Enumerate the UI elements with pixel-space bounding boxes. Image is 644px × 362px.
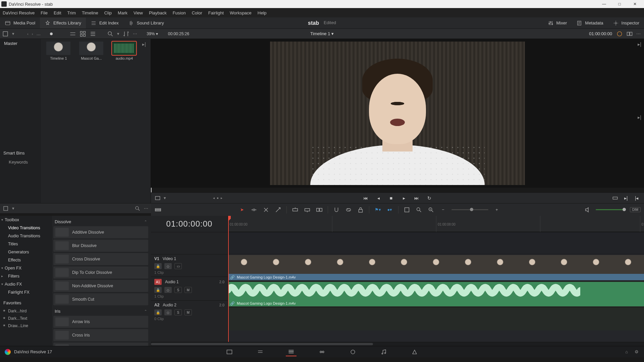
- settings-icon[interactable]: ⚙: [635, 349, 639, 354]
- custom-zoom-icon[interactable]: [427, 206, 435, 214]
- timeline-tracks[interactable]: 01:00:00:00 01:00:08:00 01:00:16:00 🔗Mas…: [228, 216, 644, 342]
- viewer-scrubber[interactable]: [151, 188, 644, 192]
- view-strip-icon[interactable]: [69, 31, 76, 37]
- view-thumb-icon[interactable]: [79, 31, 86, 37]
- smart-bins-header[interactable]: Smart Bins: [0, 148, 41, 158]
- go-last-icon[interactable]: ⏭: [413, 195, 420, 201]
- nav-back[interactable]: ‹: [27, 32, 29, 36]
- next-page-icon[interactable]: ▸|: [142, 42, 148, 47]
- insert-icon[interactable]: [291, 206, 299, 214]
- chevron-down-icon[interactable]: ▾: [12, 206, 14, 211]
- overwrite-icon[interactable]: [304, 206, 311, 214]
- fx-item[interactable]: Non-Additive Dissolve: [53, 280, 148, 292]
- metadata-toggle[interactable]: Metadata: [572, 20, 608, 26]
- fx-node-fairlightfx[interactable]: Fairlight FX: [0, 288, 52, 296]
- zoom-slider[interactable]: [451, 209, 488, 210]
- page-edit[interactable]: [286, 348, 297, 356]
- page-color[interactable]: [347, 348, 358, 356]
- fx-node-generators[interactable]: Generators: [0, 248, 52, 256]
- solo-button[interactable]: S: [174, 287, 182, 293]
- bin-master[interactable]: Master: [0, 39, 41, 48]
- clip-video-1[interactable]: 🔗Mascot Gaming Logo Design-1.m4v: [228, 255, 644, 280]
- fx-node-filters[interactable]: ▸Filters: [0, 272, 52, 280]
- timeline-ruler[interactable]: 01:00:00:00 01:00:08:00 01:00:16:00: [228, 216, 644, 232]
- menu-help[interactable]: Help: [258, 10, 267, 15]
- sort-icon[interactable]: [123, 31, 129, 37]
- dynamic-trim-icon[interactable]: [262, 206, 270, 214]
- playhead[interactable]: [228, 216, 229, 342]
- clip-mascot-gaming[interactable]: Mascot Ga...: [76, 42, 106, 60]
- track-v1[interactable]: 🔗Mascot Gaming Logo Design-1.m4v: [228, 254, 644, 281]
- fx-node-toolbox[interactable]: ▾Toolbox: [0, 216, 52, 224]
- menu-color[interactable]: Color: [192, 10, 202, 15]
- prev-clip-icon[interactable]: ◂: [213, 196, 215, 200]
- menu-view[interactable]: View: [133, 10, 143, 15]
- zoom-to-fit-icon[interactable]: [403, 206, 411, 214]
- selection-tool-icon[interactable]: ➤: [238, 206, 246, 214]
- timeline-view-icon[interactable]: [154, 206, 162, 214]
- clip-audio-1[interactable]: 🔗Mascot Gaming Logo Design-1.m4v: [228, 282, 644, 306]
- viewer-more-icon[interactable]: ⋯: [636, 31, 641, 36]
- fx-item[interactable]: Smooth Cut: [53, 293, 148, 305]
- sound-library-toggle[interactable]: Sound Library: [123, 17, 169, 28]
- detail-zoom-icon[interactable]: [415, 206, 423, 214]
- timeline-selector[interactable]: Timeline 1 ▾: [310, 31, 334, 36]
- menu-playback[interactable]: Playback: [149, 10, 167, 15]
- fx-node-openfx[interactable]: ▾Open FX: [0, 264, 52, 272]
- program-viewer[interactable]: ▸| ▸|: [151, 39, 644, 188]
- go-in-icon[interactable]: ▸|: [623, 195, 629, 201]
- match-frame-icon[interactable]: [154, 195, 161, 201]
- disable-video-icon[interactable]: ▭: [174, 263, 182, 269]
- solo-button[interactable]: S: [174, 309, 182, 315]
- page-deliver[interactable]: [409, 348, 420, 356]
- inspector-toggle[interactable]: Inspector: [608, 20, 644, 26]
- stop-icon[interactable]: ■: [388, 195, 394, 201]
- page-fusion[interactable]: [317, 348, 327, 356]
- fx-item[interactable]: Additive Dissolve: [53, 226, 148, 238]
- match-dropdown-icon[interactable]: ▾: [164, 195, 166, 200]
- mark-in-out-icon[interactable]: [612, 195, 619, 201]
- menu-fairlight[interactable]: Fairlight: [208, 10, 224, 15]
- track-a2[interactable]: [228, 307, 644, 330]
- link-icon[interactable]: [345, 206, 352, 214]
- dual-viewer-icon[interactable]: [626, 31, 633, 37]
- fx-item[interactable]: Blur Dissolve: [53, 240, 148, 252]
- auto-select-icon[interactable]: ◇: [164, 263, 172, 269]
- category-dissolve[interactable]: Dissolve⌃: [53, 217, 148, 226]
- auto-select-icon[interactable]: ◇: [164, 309, 172, 315]
- replace-icon[interactable]: [316, 206, 323, 214]
- window-close[interactable]: ✕: [627, 0, 643, 8]
- window-maximize[interactable]: □: [612, 0, 627, 8]
- next-edit-icon[interactable]: ▸|: [636, 40, 643, 48]
- lock-icon[interactable]: 🔒: [154, 309, 162, 315]
- fx-node-audio-transitions[interactable]: Audio Transitions: [0, 232, 52, 240]
- edit-index-toggle[interactable]: Edit Index: [86, 17, 123, 28]
- search-icon[interactable]: [135, 205, 141, 212]
- blade-tool-icon[interactable]: [274, 206, 282, 214]
- fx-item[interactable]: Cross Dissolve: [53, 253, 148, 265]
- more-icon[interactable]: ⋯: [144, 206, 148, 211]
- menu-davinci[interactable]: DaVinci Resolve: [3, 10, 35, 15]
- page-cut[interactable]: [255, 348, 266, 356]
- play-icon[interactable]: ▸: [400, 195, 407, 201]
- lock-icon[interactable]: 🔒: [154, 263, 162, 269]
- mixer-toggle[interactable]: Mixer: [543, 20, 572, 26]
- fx-node-titles[interactable]: Titles: [0, 240, 52, 248]
- mute-icon[interactable]: [584, 206, 592, 214]
- fx-item[interactable]: Arrow Iris: [53, 316, 148, 328]
- menu-fusion[interactable]: Fusion: [173, 10, 186, 15]
- menu-clip[interactable]: Clip: [104, 10, 112, 15]
- favorite-item[interactable]: Dark...Text: [0, 315, 52, 322]
- page-media[interactable]: [224, 348, 235, 356]
- smart-bin-keywords[interactable]: Keywords: [0, 158, 41, 167]
- search-dropdown-icon[interactable]: ▾: [117, 31, 119, 36]
- fx-node-audiofx[interactable]: ▾Audio FX: [0, 280, 52, 288]
- mute-button[interactable]: M: [184, 287, 192, 293]
- go-first-icon[interactable]: ⏮: [362, 195, 369, 201]
- media-pool-toggle[interactable]: Media Pool: [0, 17, 40, 28]
- favorite-item[interactable]: Draw...Line: [0, 322, 52, 329]
- fx-panel-icon[interactable]: [3, 205, 9, 212]
- lock-icon[interactable]: 🔒: [154, 287, 162, 293]
- view-list-icon[interactable]: [90, 31, 96, 37]
- step-back-icon[interactable]: ◂: [375, 195, 382, 201]
